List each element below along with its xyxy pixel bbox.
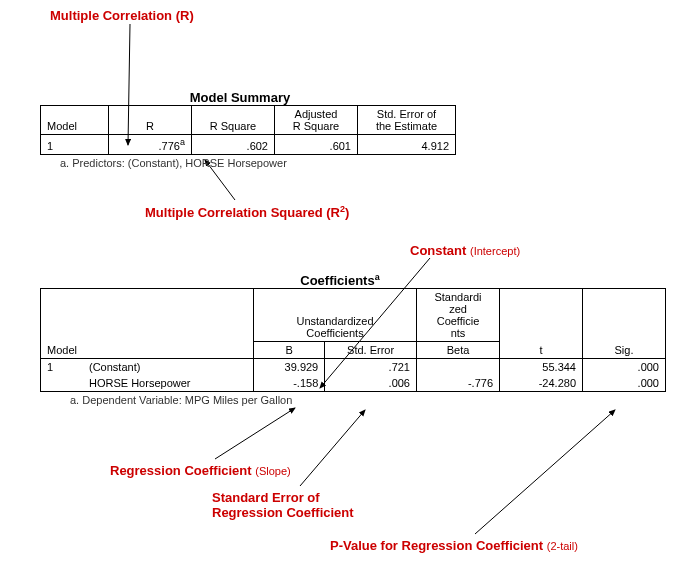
header-adjrsq-l1: Adjusted bbox=[295, 108, 338, 120]
table-row: 1 .776a .602 .601 4.912 bbox=[41, 135, 456, 155]
coefficients-title: Coefficientsa bbox=[40, 272, 640, 288]
table-row: HORSE Horsepower -.158 .006 -.776 -24.28… bbox=[41, 375, 666, 392]
header-rsq: R Square bbox=[192, 106, 275, 135]
annotation-stderr: Standard Error of Regression Coefficient bbox=[212, 490, 354, 520]
cell-B-1: 39.929 bbox=[254, 359, 325, 376]
annotation-regcoef-text: Regression Coefficient bbox=[110, 463, 252, 478]
cell-model-1: 1 bbox=[41, 359, 84, 376]
model-summary-footnote: a. Predictors: (Constant), HORSE Horsepo… bbox=[40, 155, 456, 169]
svg-line-4 bbox=[300, 410, 365, 486]
model-summary-section: Model Summary Model R R Square Adjusted … bbox=[40, 90, 456, 169]
coefficients-table: Model UnstandardizedCoefficients Standar… bbox=[40, 288, 666, 392]
annotation-pval-sub: (2-tail) bbox=[547, 540, 578, 552]
header-model: Model bbox=[41, 106, 109, 135]
annotation-regcoef-sub: (Slope) bbox=[255, 465, 290, 477]
coefficients-title-text: Coefficients bbox=[300, 273, 374, 288]
cell-SE-2: .006 bbox=[325, 375, 417, 392]
annotation-pval-text: P-Value for Regression Coefficient bbox=[330, 538, 543, 553]
coefficients-title-sup: a bbox=[375, 272, 380, 282]
cell-stderr: 4.912 bbox=[358, 135, 456, 155]
cell-beta-1 bbox=[417, 359, 500, 376]
annotation-pval: P-Value for Regression Coefficient (2-ta… bbox=[330, 538, 578, 553]
header-adjrsq-l2: R Square bbox=[293, 120, 339, 132]
annotation-stderr-l2: Regression Coefficient bbox=[212, 505, 354, 520]
model-summary-table: Model R R Square Adjusted R Square Std. … bbox=[40, 105, 456, 155]
cell-r: .776a bbox=[109, 135, 192, 155]
header-std: StandardizedCoefficients bbox=[417, 289, 500, 342]
cell-t-2: -24.280 bbox=[500, 375, 583, 392]
header-stderr-l2: the Estimate bbox=[376, 120, 437, 132]
cell-model-2 bbox=[41, 375, 84, 392]
annotation-regcoef: Regression Coefficient (Slope) bbox=[110, 463, 291, 478]
header-t: t bbox=[500, 289, 583, 359]
header-B: B bbox=[254, 342, 325, 359]
cell-beta-2: -.776 bbox=[417, 375, 500, 392]
cell-B-2: -.158 bbox=[254, 375, 325, 392]
annotation-mult-r2-close: ) bbox=[345, 205, 349, 220]
header-stderr: Std. Error of the Estimate bbox=[358, 106, 456, 135]
cell-label-2: HORSE Horsepower bbox=[83, 375, 254, 392]
annotation-constant-text: Constant bbox=[410, 243, 466, 258]
header-stderr-l1: Std. Error of bbox=[377, 108, 436, 120]
cell-sig-2: .000 bbox=[583, 375, 666, 392]
header-unstd: UnstandardizedCoefficients bbox=[254, 289, 417, 342]
coefficients-footnote: a. Dependent Variable: MPG Miles per Gal… bbox=[40, 392, 666, 406]
annotation-mult-r: Multiple Correlation (R) bbox=[50, 8, 194, 23]
annotation-mult-r2: Multiple Correlation Squared (R2) bbox=[145, 204, 349, 220]
header-SE: Std. Error bbox=[325, 342, 417, 359]
header-adjrsq: Adjusted R Square bbox=[275, 106, 358, 135]
coefficients-section: Coefficientsa Model UnstandardizedCoeffi… bbox=[40, 272, 666, 406]
header-beta: Beta bbox=[417, 342, 500, 359]
cell-adjrsq: .601 bbox=[275, 135, 358, 155]
annotation-stderr-l1: Standard Error of bbox=[212, 490, 320, 505]
cell-label-1: (Constant) bbox=[83, 359, 254, 376]
cell-r-sup: a bbox=[180, 137, 185, 147]
annotation-constant-sub: (Intercept) bbox=[470, 245, 520, 257]
cell-model: 1 bbox=[41, 135, 109, 155]
cell-sig-1: .000 bbox=[583, 359, 666, 376]
cell-SE-1: .721 bbox=[325, 359, 417, 376]
table-row: 1 (Constant) 39.929 .721 55.344 .000 bbox=[41, 359, 666, 376]
header-model2: Model bbox=[41, 289, 254, 359]
svg-line-5 bbox=[475, 410, 615, 534]
annotation-mult-r2-text: Multiple Correlation Squared (R bbox=[145, 205, 340, 220]
cell-r-val: .776 bbox=[159, 140, 180, 152]
cell-t-1: 55.344 bbox=[500, 359, 583, 376]
annotation-constant: Constant (Intercept) bbox=[410, 243, 520, 258]
cell-rsq: .602 bbox=[192, 135, 275, 155]
model-summary-title: Model Summary bbox=[40, 90, 440, 105]
header-sig: Sig. bbox=[583, 289, 666, 359]
svg-line-3 bbox=[215, 408, 295, 459]
header-r: R bbox=[109, 106, 192, 135]
